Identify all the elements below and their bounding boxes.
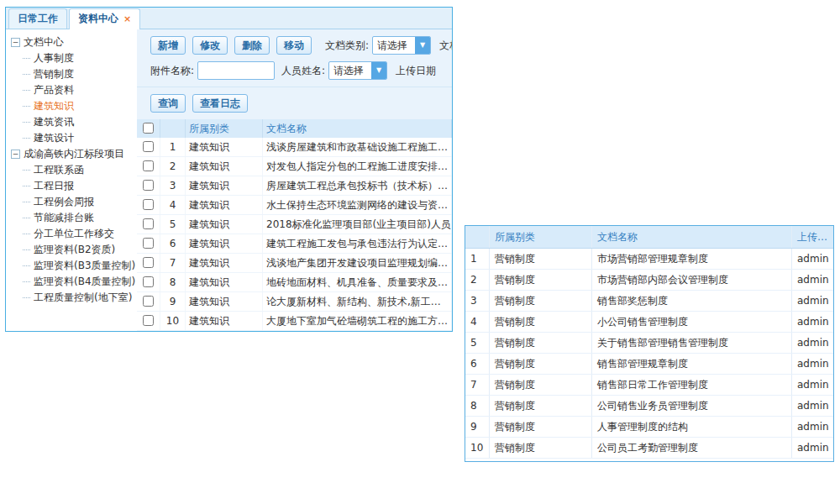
tree-node[interactable]: 营销制度 <box>6 66 137 82</box>
row-checkbox[interactable] <box>143 180 154 191</box>
table-row[interactable]: 3 营销制度 销售部奖惩制度 admin <box>465 291 833 312</box>
tree-node-selected[interactable]: 建筑知识 <box>6 98 137 114</box>
row-docname: 市场营销部管理规章制度 <box>591 249 791 269</box>
add-button[interactable]: 新增 <box>150 36 186 55</box>
row-docname: 关于销售部管理销售管理制度 <box>591 333 791 353</box>
uploader-column-header: 上传… <box>791 226 833 248</box>
tree-node[interactable]: 节能减排台账 <box>6 210 137 226</box>
person-name-value: 请选择 <box>329 62 371 79</box>
row-checkbox[interactable] <box>143 218 154 229</box>
row-checkbox[interactable] <box>143 315 154 326</box>
table-row[interactable]: 8 建筑知识 地砖地面材料、机具准备、质量要求及… <box>137 273 452 292</box>
table-row[interactable]: 3 建筑知识 房屋建筑工程总承包投标书（技术标）… <box>137 176 452 196</box>
category-column-header: 所属别类 <box>489 226 591 248</box>
tree-node[interactable]: 工程日报 <box>6 178 137 194</box>
tree-node-label: 监理资料(B3质量控制) <box>34 260 135 271</box>
select-all-checkbox[interactable] <box>143 123 154 134</box>
category-tree: −文档中心 人事制度 营销制度 产品资料 建筑知识 建筑资讯 建筑设计 −成渝高… <box>6 29 137 332</box>
dropdown-arrow-icon[interactable]: ▼ <box>415 37 430 54</box>
row-uploader: admin <box>791 333 833 353</box>
tree-node-label: 营销制度 <box>34 68 74 80</box>
row-checkbox[interactable] <box>143 141 154 152</box>
table-row[interactable]: 7 营销制度 销售部日常工作管理制度 admin <box>465 375 833 396</box>
table-row[interactable]: 9 营销制度 人事管理制度的结构 admin <box>465 417 833 438</box>
row-checkbox[interactable] <box>143 238 154 249</box>
row-checkbox[interactable] <box>143 199 154 210</box>
tree-node[interactable]: 工程质量控制(地下室) <box>6 290 137 306</box>
table-row[interactable]: 5 建筑知识 2018标准化监理项目部(业主项目部)人员… <box>137 215 452 234</box>
tree-node[interactable]: 工程例会周报 <box>6 194 137 210</box>
person-name-select[interactable]: 请选择 ▼ <box>328 61 387 80</box>
tab-daily-work[interactable]: 日常工作 <box>8 8 67 29</box>
tab-label: 资料中心 <box>78 13 118 24</box>
row-number: 8 <box>160 273 186 291</box>
table-row[interactable]: 10 营销制度 公司员工考勤管理制度 admin <box>465 438 833 459</box>
table-row[interactable]: 8 营销制度 公司销售业务员管理制度 admin <box>465 396 833 417</box>
table-row[interactable]: 5 营销制度 关于销售部管理销售管理制度 admin <box>465 333 833 354</box>
tree-node[interactable]: 人事制度 <box>6 50 137 66</box>
row-docname: 房屋建筑工程总承包投标书（技术标）… <box>263 176 452 195</box>
collapse-icon[interactable]: − <box>11 150 20 159</box>
move-button[interactable]: 移动 <box>276 36 312 55</box>
close-icon[interactable]: × <box>123 13 131 24</box>
row-category: 建筑知识 <box>186 234 263 253</box>
table-row[interactable]: 1 营销制度 市场营销部管理规章制度 admin <box>465 249 833 270</box>
row-category: 营销制度 <box>489 417 591 437</box>
tree-node[interactable]: 监理资料(B3质量控制) <box>6 258 137 274</box>
tree-node[interactable]: 监理资料(B2资质) <box>6 242 137 258</box>
delete-button[interactable]: 删除 <box>234 36 270 55</box>
tree-node[interactable]: 监理资料(B4质量控制) <box>6 274 137 290</box>
tree-node[interactable]: 产品资料 <box>6 82 137 98</box>
table-row[interactable]: 10 建筑知识 大厦地下室加气砼墙砌筑工程的施工方… <box>137 312 452 331</box>
modify-button[interactable]: 修改 <box>192 36 228 55</box>
row-number: 2 <box>465 270 489 290</box>
dropdown-arrow-icon[interactable]: ▼ <box>371 62 386 79</box>
table-row[interactable]: 9 建筑知识 论大厦新材料、新结构、新技术,新工… <box>137 292 452 312</box>
row-docname: 地砖地面材料、机具准备、质量要求及… <box>263 273 452 291</box>
tree-node-label: 成渝高铁内江标段项目 <box>24 148 124 160</box>
row-checkbox[interactable] <box>143 160 154 171</box>
tree-node-label: 工程质量控制(地下室) <box>34 291 132 303</box>
tree-node[interactable]: 工程联系函 <box>6 162 137 178</box>
doc-category-select[interactable]: 请选择 ▼ <box>372 36 431 55</box>
tab-data-center[interactable]: 资料中心× <box>69 8 140 29</box>
tree-node-project-root[interactable]: −成渝高铁内江标段项目 <box>6 146 137 162</box>
docname-column-header: 文档名称 <box>591 226 791 248</box>
filter-row: 附件名称: 人员姓名: 请选择 ▼ 上传日期 <box>150 61 452 80</box>
row-number: 10 <box>160 312 186 330</box>
table-row[interactable]: 6 营销制度 销售部管理规章制度 admin <box>465 354 833 375</box>
row-checkbox[interactable] <box>143 276 154 287</box>
table-row[interactable]: 2 营销制度 市场营销部内部会议管理制度 admin <box>465 270 833 291</box>
row-checkbox[interactable] <box>143 296 154 307</box>
table-row[interactable]: 1 建筑知识 浅谈房屋建筑和市政基础设施工程施工… <box>137 138 452 157</box>
tree-node[interactable]: 建筑资讯 <box>6 114 137 130</box>
row-docname: 建筑工程施工发包与承包违法行为认定… <box>263 234 452 253</box>
row-uploader: admin <box>791 270 833 290</box>
row-category: 营销制度 <box>489 333 591 353</box>
table-row[interactable]: 2 建筑知识 对发包人指定分包的工程施工进度安排… <box>137 157 452 176</box>
table-row[interactable]: 4 营销制度 小公司销售管理制度 admin <box>465 312 833 333</box>
table-row[interactable]: 6 建筑知识 建筑工程施工发包与承包违法行为认定… <box>137 234 452 254</box>
attachment-name-input[interactable] <box>197 61 275 80</box>
row-uploader: admin <box>791 249 833 269</box>
tree-node-document-center[interactable]: −文档中心 <box>6 34 137 50</box>
row-number: 6 <box>465 354 489 374</box>
collapse-icon[interactable]: − <box>11 38 20 47</box>
row-docname: 人事管理制度的结构 <box>591 417 791 437</box>
tree-node[interactable]: 建筑设计 <box>6 130 137 146</box>
table-row[interactable]: 4 建筑知识 水土保持生态环境监测网络的建设与资… <box>137 196 452 215</box>
tree-node[interactable]: 分工单位工作移交 <box>6 226 137 242</box>
tree-node-label: 建筑设计 <box>34 132 74 144</box>
view-log-button[interactable]: 查看日志 <box>192 94 248 113</box>
query-button[interactable]: 查询 <box>150 94 186 113</box>
document-list-panel: 新增 修改 删除 移动 文档类别: 请选择 ▼ 文档 附件名称: 人员姓名: <box>137 29 452 332</box>
tree-node-label: 分工单位工作移交 <box>34 228 114 239</box>
row-docname: 浅谈地产集团开发建设项目监理规划编… <box>263 254 452 272</box>
table-row[interactable]: 7 建筑知识 浅谈地产集团开发建设项目监理规划编… <box>137 254 452 273</box>
row-number: 7 <box>465 375 489 395</box>
row-category: 建筑知识 <box>186 138 263 156</box>
row-category: 建筑知识 <box>186 312 263 330</box>
toolbar-row: 新增 修改 删除 移动 文档类别: 请选择 ▼ 文档 <box>150 36 452 55</box>
row-checkbox[interactable] <box>143 257 154 268</box>
tree-node-label: 监理资料(B4质量控制) <box>34 276 135 287</box>
